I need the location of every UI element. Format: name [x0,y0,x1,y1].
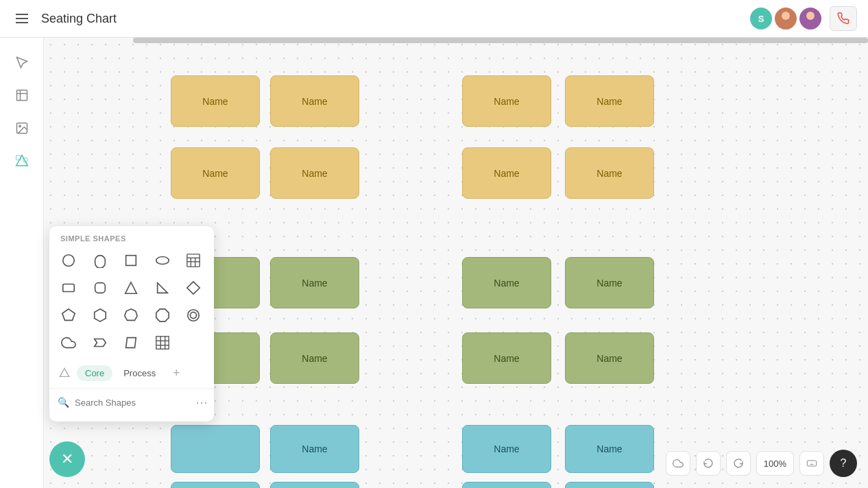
seat-card[interactable]: Name [462,75,551,127]
seat-card[interactable]: Name [565,75,654,127]
seat-card[interactable]: Name [462,147,551,199]
svg-point-32 [188,310,200,321]
seat-card[interactable] [171,482,260,488]
seat-card[interactable]: Name [171,75,260,127]
shape-tab-icon[interactable] [55,363,74,382]
svg-marker-34 [126,338,136,348]
svg-rect-35 [156,337,169,349]
svg-point-15 [63,255,75,267]
svg-rect-18 [187,254,200,267]
chevron-shape[interactable] [86,330,114,355]
undo-button[interactable] [696,451,721,476]
tab-process[interactable]: Process [115,365,164,381]
svg-marker-27 [187,282,200,294]
svg-rect-24 [95,283,105,293]
seat-card[interactable] [565,482,654,488]
seat-card[interactable] [462,482,551,488]
table-shape[interactable] [180,248,207,273]
circle-outline-shape[interactable] [180,303,207,328]
svg-marker-29 [94,309,106,321]
frame-icon[interactable] [8,82,36,109]
phone-button[interactable] [830,6,857,31]
shapes-panel: SIMPLE SHAPES [49,226,214,422]
seat-card[interactable]: Name [462,257,551,308]
panel-tabs: Core Process + [49,361,214,389]
pentagon-shape[interactable] [55,303,82,328]
page-title: Seating Chart [41,12,117,26]
help-button[interactable]: ? [830,450,857,477]
cursor-icon[interactable] [8,49,36,76]
seat-card[interactable] [270,482,359,488]
rounded-corner-rect-shape[interactable] [86,276,114,300]
svg-point-17 [156,257,169,265]
diamond-shape[interactable] [180,276,207,300]
svg-point-3 [782,12,790,20]
seat-card[interactable] [171,425,260,473]
grid-shape[interactable] [149,330,176,355]
avatar-s: S [750,8,772,29]
redo-button[interactable] [726,451,751,476]
svg-point-5 [806,12,815,20]
seat-card[interactable]: Name [270,332,359,384]
seat-card[interactable]: Name [565,332,654,384]
add-tab-button[interactable]: + [168,365,184,381]
svg-rect-16 [126,256,136,266]
triangle-shape[interactable] [117,276,145,300]
cloud-shape[interactable] [55,330,82,355]
menu-button[interactable] [11,8,33,29]
svg-point-33 [191,312,197,318]
shapes-section-title: SIMPLE SHAPES [49,226,214,248]
avatar-group: S [750,6,857,31]
seat-card[interactable]: Name [462,332,551,384]
tab-core[interactable]: Core [77,365,112,381]
seat-card[interactable]: Name [462,425,551,473]
seat-card[interactable]: Name [565,425,654,473]
bottom-toolbar: 100% ? [666,450,857,477]
svg-marker-12 [16,156,27,166]
hexagon-shape[interactable] [86,303,114,328]
search-icon: 🔍 [58,397,69,408]
arc-shape[interactable] [86,248,114,273]
square-shape[interactable] [117,248,145,273]
svg-point-11 [19,125,20,127]
seat-card[interactable]: Name [270,75,359,127]
avatar-2 [799,8,821,29]
svg-point-6 [804,22,817,29]
seat-card[interactable]: Name [270,425,359,473]
close-button[interactable]: ✕ [49,441,85,477]
left-sidebar [0,38,44,488]
svg-rect-7 [16,90,27,101]
seat-card[interactable]: Name [270,257,359,308]
svg-rect-23 [63,284,75,292]
svg-marker-25 [125,282,137,294]
rounded-rect-shape[interactable] [55,276,82,300]
seat-card[interactable]: Name [171,147,260,199]
oval-shape[interactable] [149,248,176,273]
keyboard-icon[interactable] [799,451,824,476]
seat-card[interactable]: Name [270,147,359,199]
header: Seating Chart S [0,0,868,38]
svg-marker-26 [157,283,167,293]
svg-rect-41 [807,461,816,466]
avatar-1 [775,8,797,29]
cloud-save-button[interactable] [666,451,690,476]
shapes-grid [49,248,214,361]
circle-shape[interactable] [55,248,82,273]
panel-search: 🔍 ⋯ [49,389,214,416]
scroll-bar[interactable] [133,38,868,43]
svg-point-4 [779,22,793,29]
image-icon[interactable] [8,114,36,142]
more-options-button[interactable]: ⋯ [195,394,208,411]
heptagon-shape[interactable] [117,303,145,328]
octagon-shape[interactable] [149,303,176,328]
close-icon: ✕ [61,450,73,468]
zoom-level: 100% [756,451,794,476]
shapes-icon[interactable] [8,147,36,175]
search-input[interactable] [75,398,190,408]
seat-card[interactable]: Name [565,147,654,199]
help-icon: ? [841,457,847,469]
svg-marker-28 [62,309,75,321]
right-triangle-shape[interactable] [149,276,176,300]
seat-card[interactable]: Name [565,257,654,308]
parallelogram-shape[interactable] [117,330,145,355]
